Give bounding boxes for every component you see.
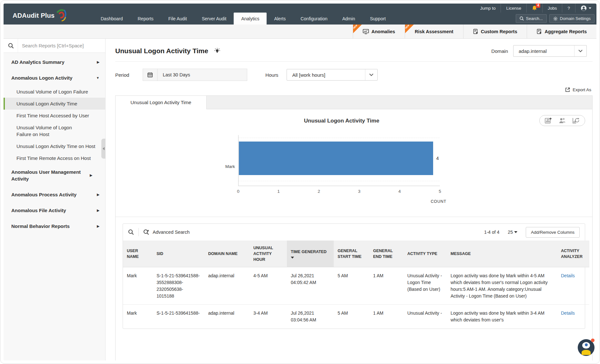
chevron-down-icon <box>589 7 591 9</box>
sidebar-group-anomalous-process-activity[interactable]: Anomalous Process Activity <box>4 187 105 202</box>
nav-item-support[interactable]: Support <box>362 13 393 25</box>
window-frame: ADAudit Plus Jump to License 4 Jobs <box>0 0 600 364</box>
nav-item-server-audit[interactable]: Server Audit <box>194 13 234 25</box>
advanced-search-label[interactable]: Advanced Search <box>153 230 189 235</box>
filter-row: Period Last 30 Days Hours All [work hour… <box>115 69 593 81</box>
chevron-right-icon <box>94 208 99 213</box>
chevron-right-icon <box>94 224 99 229</box>
sidebar-group-anomalous-file-activity[interactable]: Anomalous File Activity <box>4 202 105 218</box>
chevron-down-icon <box>514 231 517 233</box>
add-remove-columns-button[interactable]: Add/Remove Columns <box>526 227 580 238</box>
user-analytics-icon[interactable] <box>558 117 566 124</box>
chevron-down-icon <box>93 76 99 80</box>
title-row: Unusual Logon Activity Time Domain adap.… <box>115 45 593 57</box>
license-link[interactable]: License <box>501 4 526 13</box>
table-row: Mark S-1-5-21-539641588-3552888308-23205… <box>123 267 589 305</box>
tab-risk-assessment[interactable]: NEW Risk Assessment <box>405 25 463 38</box>
sidebar-item-unusual-logon-activity-time[interactable]: Unusual Logon Activity Time <box>4 98 105 110</box>
chart-title: Unusual Logon Activity Time <box>241 118 442 124</box>
col-unusual-activity-hour[interactable]: UNUSUAL ACTIVITY HOUR <box>249 241 287 267</box>
sidebar-search <box>4 39 105 53</box>
period-value-field[interactable]: Last 30 Days <box>158 69 247 81</box>
chevron-right-icon <box>94 60 99 64</box>
report-category-bar: NEW Anomalies NEW Risk Assessment Custom… <box>4 25 596 39</box>
sidebar-item-first-time-host-accessed-by-user[interactable]: First Time Host Accessed by User <box>4 110 105 122</box>
sidebar-search-input[interactable] <box>18 39 105 53</box>
insight-bulb-icon[interactable] <box>214 48 220 54</box>
notifications-button[interactable]: 4 <box>526 4 542 13</box>
support-chatbot-button[interactable] <box>578 339 595 356</box>
advanced-search-icon[interactable] <box>143 229 149 235</box>
chevron-right-icon <box>94 192 99 197</box>
app-logo[interactable]: ADAudit Plus <box>13 8 67 22</box>
export-icon <box>565 87 570 92</box>
jump-to-link[interactable]: Jump to <box>475 4 501 13</box>
chevron-down-icon <box>365 69 377 80</box>
chart-category-label: Mark <box>212 164 238 169</box>
main-content: Unusual Logon Activity Time Domain adap.… <box>106 39 596 360</box>
details-link[interactable]: Details <box>561 273 575 278</box>
gear-icon <box>553 16 558 21</box>
nav-item-dashboard[interactable]: Dashboard <box>93 13 130 25</box>
add-chart-icon[interactable] <box>545 117 552 124</box>
nav-item-alerts[interactable]: Alerts <box>267 13 293 25</box>
sidebar-item-unusual-volume-of-logon-failure[interactable]: Unusual Volume of Logon Failure <box>4 86 105 98</box>
col-sid[interactable]: SID <box>153 241 204 267</box>
sidebar-group-normal-behavior-reports[interactable]: Normal Behavior Reports <box>4 218 105 234</box>
sidebar-item-first-time-remote-access-on-host[interactable]: First Time Remote Access on Host <box>4 152 105 164</box>
calendar-button[interactable] <box>143 69 158 81</box>
refresh-chart-icon[interactable] <box>573 117 580 124</box>
tab-unusual-logon-activity-time[interactable]: Unusual Logon Activity Time <box>116 96 207 109</box>
jobs-link[interactable]: Jobs <box>542 4 562 13</box>
account-menu[interactable] <box>575 4 596 13</box>
chevron-down-icon <box>574 45 586 56</box>
sidebar-group-anomalous-logon-activity[interactable]: Anomalous Logon Activity <box>4 70 105 86</box>
tab-aggregate-reports[interactable]: Aggregate Reports <box>527 25 596 38</box>
nav-item-file-audit[interactable]: File Audit <box>161 13 195 25</box>
bar-chart: Mark 4 0 <box>212 135 592 204</box>
tab-custom-reports[interactable]: Custom Reports <box>463 25 527 38</box>
nav-item-admin[interactable]: Admin <box>335 13 363 25</box>
results-table: USER NAME SID DOMAIN NAME UNUSUAL ACTIVI… <box>123 241 589 329</box>
utility-row: Jump to License 4 Jobs ? <box>4 4 596 13</box>
domain-settings-button[interactable]: Domain Settings <box>549 14 595 23</box>
col-activity-analyzer[interactable]: ACTIVITY ANALYZER <box>557 241 589 267</box>
chart-bar[interactable] <box>239 142 433 175</box>
col-user-name[interactable]: USER NAME <box>123 241 153 267</box>
chart-plot-area: 4 <box>238 135 440 186</box>
col-general-start-time[interactable]: GENERAL START TIME <box>334 241 369 267</box>
results-table-card: Advanced Search 1-4 of 4 25 Add/Remove C… <box>123 223 585 329</box>
nav-item-analytics[interactable]: Analytics <box>234 13 267 25</box>
period-control: Last 30 Days <box>143 69 247 81</box>
col-time-generated[interactable]: TIME GENERATED <box>287 241 334 267</box>
sidebar-item-unusual-logon-activity-time-on-host[interactable]: Unusual Logon Activity Time on Host <box>4 140 105 152</box>
hours-select[interactable]: All [work hours] <box>287 69 378 81</box>
nav-item-configuration[interactable]: Configuration <box>293 13 335 25</box>
sidebar-collapse-handle[interactable] <box>101 139 106 159</box>
global-search-button[interactable]: Search... <box>516 14 547 23</box>
help-button[interactable]: ? <box>562 4 575 13</box>
col-general-end-time[interactable]: GENERAL END TIME <box>369 241 403 267</box>
col-activity-type[interactable]: ACTIVITY TYPE <box>403 241 447 267</box>
logo-swoosh-icon <box>55 8 67 22</box>
body: AD Analytics Summary Anomalous Logon Act… <box>4 39 596 360</box>
col-domain-name[interactable]: DOMAIN NAME <box>204 241 249 267</box>
table-search-icon[interactable] <box>128 229 134 235</box>
user-avatar-icon <box>581 5 587 11</box>
main-nav: Dashboard Reports File Audit Server Audi… <box>4 13 596 25</box>
export-as-button[interactable]: Export As <box>115 87 591 92</box>
toolbar-divider <box>138 228 139 236</box>
search-icon <box>520 16 524 21</box>
domain-label: Domain <box>491 48 508 54</box>
domain-select[interactable]: adap.internal <box>513 45 587 57</box>
sidebar-item-unusual-volume-of-logon-failure-on-host[interactable]: Unusual Volume of Logon Failure on Host <box>4 122 105 140</box>
details-link[interactable]: Details <box>561 310 575 316</box>
sidebar-group-ad-analytics-summary[interactable]: AD Analytics Summary <box>4 54 105 70</box>
col-message[interactable]: MESSAGE <box>447 241 557 267</box>
nav-item-reports[interactable]: Reports <box>130 13 161 25</box>
tab-anomalies[interactable]: NEW Anomalies <box>353 25 405 38</box>
sidebar-group-anomalous-user-management-activity[interactable]: Anomalous User Management Activity <box>4 164 105 187</box>
notification-count-badge: 4 <box>536 4 540 8</box>
chart-x-ticks: 0 1 2 3 4 5 <box>238 189 440 195</box>
page-size-select[interactable]: 25 <box>508 230 517 235</box>
